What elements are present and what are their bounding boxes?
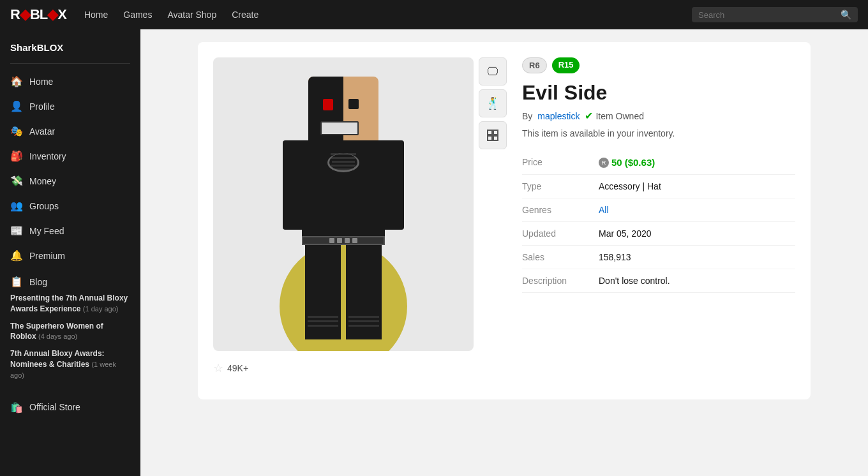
groups-icon: 👥	[10, 200, 23, 212]
sidebar-item-money[interactable]: 💸 Money	[0, 168, 140, 193]
feed-icon: 📰	[10, 225, 23, 237]
item-rating[interactable]: ☆ 49K+	[213, 361, 248, 375]
creator-prefix: By	[522, 111, 532, 121]
avatar-figure	[254, 57, 433, 351]
sidebar-item-label: Money	[29, 176, 56, 186]
detail-row-type: Type Accessory | Hat	[522, 175, 795, 198]
main-layout: SharkBLOX 🏠 Home 👤 Profile 🎭 Avatar 🎒 In…	[0, 29, 868, 476]
premium-icon: 🔔	[10, 249, 23, 262]
check-icon: ✔	[585, 110, 593, 122]
badge-r15[interactable]: R15	[552, 57, 580, 73]
price-robux: 50	[611, 157, 622, 168]
avatar-mouth	[320, 121, 359, 135]
sidebar-item-blog[interactable]: 📋 Blog	[10, 276, 130, 293]
svg-rect-3	[493, 136, 498, 140]
avatar-necklace	[327, 153, 359, 172]
price-label: Price	[522, 151, 599, 175]
sidebar-item-label: Profile	[29, 101, 55, 112]
sales-value: 158,913	[599, 246, 795, 269]
blog-label: Blog	[29, 277, 47, 287]
roblox-logo[interactable]: R◆BL◆X	[10, 6, 66, 23]
blog-post-3[interactable]: 7th Annual Bloxy Awards: Nominees & Char…	[10, 348, 130, 380]
view-button-grid[interactable]	[479, 121, 507, 149]
item-details-table: Price R 50 ($0.63) Type Accessory | Hat	[522, 151, 795, 293]
profile-icon: 👤	[10, 100, 23, 112]
nav-links: Home Games Avatar Shop Create	[84, 10, 258, 20]
search-icon: 🔍	[841, 10, 851, 20]
avatar-leg-left	[305, 237, 341, 339]
search-bar[interactable]: 🔍	[692, 7, 858, 22]
creator-link[interactable]: maplestick	[537, 111, 580, 121]
view-button-monitor[interactable]: 🖵	[479, 57, 507, 86]
detail-row-description: Description Don't lose control.	[522, 269, 795, 293]
sidebar-item-label: Avatar	[29, 126, 55, 137]
description-label: Description	[522, 269, 599, 293]
owned-text: Item Owned	[595, 111, 643, 121]
sidebar-item-official-store[interactable]: 🛍️ Official Store	[0, 395, 140, 420]
item-title: Evil Side	[522, 81, 795, 105]
sidebar-item-profile[interactable]: 👤 Profile	[0, 94, 140, 119]
avatar-mask	[308, 77, 378, 147]
avatar-icon: 🎭	[10, 125, 23, 137]
svg-rect-1	[493, 130, 498, 135]
type-label: Type	[522, 175, 599, 198]
owned-badge: ✔ Item Owned	[585, 110, 643, 122]
genres-link[interactable]: All	[599, 205, 609, 215]
detail-row-updated: Updated Mar 05, 2020	[522, 222, 795, 246]
item-image-section: 🖵 🕺	[213, 57, 507, 384]
sidebar-item-myfeed[interactable]: 📰 My Feed	[0, 218, 140, 243]
inventory-icon: 🎒	[10, 150, 23, 162]
sales-label: Sales	[522, 246, 599, 269]
updated-label: Updated	[522, 222, 599, 246]
price-usd: ($0.63)	[625, 157, 655, 168]
item-owned-message: This item is available in your inventory…	[522, 127, 795, 140]
nav-games[interactable]: Games	[123, 10, 152, 20]
detail-row-price: Price R 50 ($0.63)	[522, 151, 795, 175]
blog-post-1[interactable]: Presenting the 7th Annual Bloxy Awards E…	[10, 293, 130, 315]
blog-post-title-3: 7th Annual Bloxy Awards: Nominees & Char…	[10, 348, 130, 380]
item-card: 🖵 🕺	[198, 42, 811, 399]
price-value: R 50 ($0.63)	[599, 151, 795, 175]
nav-create[interactable]: Create	[232, 10, 258, 20]
sidebar-item-label: My Feed	[29, 226, 64, 236]
avatar-belt	[302, 236, 385, 245]
sidebar-item-premium[interactable]: 🔔 Premium	[0, 243, 140, 268]
sidebar-username: SharkBLOX	[0, 37, 140, 63]
view-buttons-column: 🖵 🕺	[479, 57, 507, 351]
updated-value: Mar 05, 2020	[599, 222, 795, 246]
sidebar-item-inventory[interactable]: 🎒 Inventory	[0, 144, 140, 168]
sidebar-item-label: Groups	[29, 201, 59, 211]
rating-count: 49K+	[227, 363, 248, 373]
blog-post-title-2: The Superhero Women of Roblox (4 days ag…	[10, 321, 130, 343]
detail-row-genres: Genres All	[522, 198, 795, 222]
sidebar-item-label: Premium	[29, 251, 65, 261]
description-value: Don't lose control.	[599, 269, 795, 293]
sidebar-item-groups[interactable]: 👥 Groups	[0, 193, 140, 218]
avatar-leg-right	[346, 237, 382, 339]
nav-avatar-shop[interactable]: Avatar Shop	[167, 10, 216, 20]
badge-r6[interactable]: R6	[522, 57, 547, 73]
genres-label: Genres	[522, 198, 599, 222]
blog-post-title-1: Presenting the 7th Annual Bloxy Awards E…	[10, 293, 130, 315]
blog-icon: 📋	[10, 276, 23, 288]
item-main-image	[213, 57, 474, 351]
sidebar-item-avatar[interactable]: 🎭 Avatar	[0, 119, 140, 144]
top-navigation: R◆BL◆X Home Games Avatar Shop Create 🔍	[0, 0, 868, 29]
money-icon: 💸	[10, 175, 23, 187]
star-icon: ☆	[213, 361, 223, 375]
avatar-eye-left	[323, 99, 333, 110]
official-store-label: Official Store	[29, 402, 80, 412]
blog-section: 📋 Blog Presenting the 7th Annual Bloxy A…	[0, 268, 140, 390]
sidebar-divider	[10, 63, 130, 64]
avatar-eye-right	[348, 99, 359, 109]
type-value: Accessory | Hat	[599, 175, 795, 198]
sidebar-item-label: Inventory	[29, 151, 66, 161]
sidebar-item-home[interactable]: 🏠 Home	[0, 69, 140, 94]
search-input[interactable]	[698, 10, 835, 20]
blog-post-2[interactable]: The Superhero Women of Roblox (4 days ag…	[10, 321, 130, 343]
sidebar: SharkBLOX 🏠 Home 👤 Profile 🎭 Avatar 🎒 In…	[0, 29, 140, 476]
view-button-figure[interactable]: 🕺	[479, 89, 507, 117]
robux-icon: R	[599, 158, 609, 168]
sidebar-item-label: Home	[29, 77, 53, 87]
nav-home[interactable]: Home	[84, 10, 108, 20]
